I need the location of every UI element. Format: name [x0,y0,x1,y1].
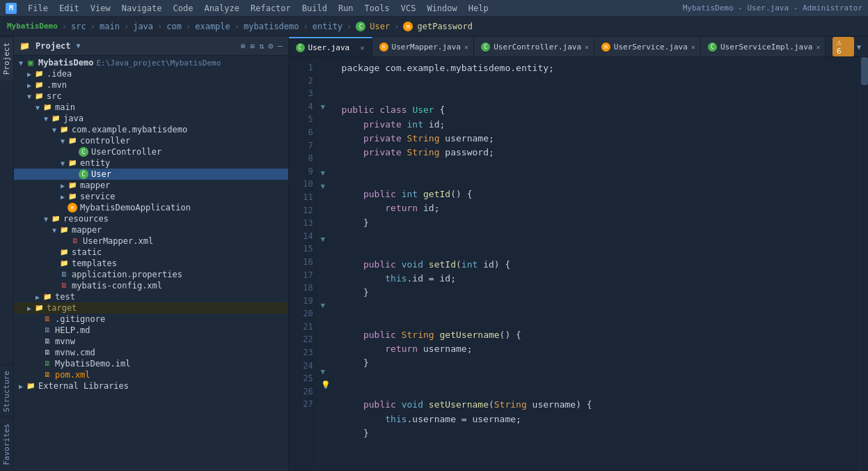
tree-item-user[interactable]: ▶ C User [14,169,288,180]
breadcrumb-main[interactable]: main [100,22,120,31]
tree-item-mybatis-config[interactable]: ▶ 🗎 mybatis-config.xml [14,280,288,291]
tree-item-usermapper-xml[interactable]: ▶ 🗎 UserMapper.xml [14,235,288,247]
line-num-3: 3 [294,87,313,100]
tree-item-main[interactable]: ▼ 📁 main [14,102,288,113]
breadcrumb-entity[interactable]: entity [313,22,342,31]
tree-item-mybatisdemo-root[interactable]: ▼ ▣ MybatisDemo E:\Java_project\MybatisD… [14,57,288,68]
menu-item-analyze[interactable]: Analyze [204,3,239,13]
settings-icon[interactable]: ⚙ [268,41,273,51]
breadcrumb-com[interactable]: com [166,22,182,31]
menu-item-vcs[interactable]: VCS [401,3,416,13]
tree-item-static[interactable]: ▶ 📁 static [14,247,288,258]
tree-item-mapper-res[interactable]: ▼ 📁 mapper [14,224,288,235]
breadcrumb-src[interactable]: src [71,22,86,31]
tree-item-mapper[interactable]: ▶ 📁 mapper [14,180,288,191]
tab-close-usermapper[interactable]: ✕ [464,43,468,51]
breadcrumb-user[interactable]: User [370,22,390,31]
tree-item-app-props[interactable]: ▶ 🗎 application.properties [14,269,288,280]
line-num-8: 8 [294,152,313,165]
project-dropdown-icon[interactable]: ▼ [77,42,81,49]
line-num-12: 12 [294,204,313,217]
code-line-8 [342,160,851,173]
code-line-11: return id; [342,201,851,215]
tab-userservice-java[interactable]: m UserService.java ✕ [594,37,701,56]
code-line-2 [342,75,851,89]
tree-item-java[interactable]: ▼ 📁 java [14,113,288,124]
project-root-icon: ▣ [25,58,36,68]
menu-item-edit[interactable]: Edit [59,3,79,13]
tree-item-pom-xml[interactable]: ▶ 🗎 pom.xml [14,369,288,380]
align-icon[interactable]: ≡ [250,41,255,51]
tree-item-mybatisdemo-iml[interactable]: ▶ 🗎 MybatisDemo.iml [14,358,288,369]
tree-item-templates[interactable]: ▶ 📁 templates [14,258,288,269]
breadcrumb-getpassword-icon: m [403,22,413,31]
tab-close-user[interactable]: ✕ [361,44,365,52]
iml-icon: 🗎 [42,359,53,369]
structure-label[interactable]: Structure [0,364,13,418]
code-line-22: } [342,356,851,370]
tab-close-usercontroller[interactable]: ✕ [585,43,589,51]
menu-item-code[interactable]: Code [173,3,194,13]
tab-icon-userserviceimpl: C [708,43,717,52]
tree-item-mvnw-cmd[interactable]: ▶ 🗎 mvnw.cmd [14,347,288,358]
breadcrumb-example[interactable]: example [195,22,230,31]
menu-item-tools[interactable]: Tools [365,3,390,13]
folder-icon: 📁 [58,225,70,235]
tab-close-userserviceimpl[interactable]: ✕ [816,43,820,51]
project-label[interactable]: Project [0,36,13,80]
breadcrumb-project[interactable]: MybatisDemo [7,22,58,31]
add-icon[interactable]: ⊕ [240,41,245,51]
menu-item-window[interactable]: Window [427,3,457,13]
tab-usercontroller-java[interactable]: C UserController.java ✕ [474,37,594,56]
tree-item-src[interactable]: ▼ 📁 src [14,91,288,102]
code-line-14 [342,244,851,258]
chevron-down-icon[interactable]: ▼ [857,43,861,51]
tab-close-userservice[interactable]: ✕ [691,43,695,51]
menu-item-run[interactable]: Run [338,3,354,13]
tree-item-resources[interactable]: ▼ 📁 resources [14,213,288,224]
tree-item-help-md[interactable]: ▶ 🗎 HELP.md [14,325,288,336]
tree-item-mvn[interactable]: ▶ 📁 .mvn [14,79,288,91]
scrollbar-thumb[interactable] [861,57,868,85]
breadcrumb-mybatisdemo[interactable]: mybatisdemo [244,22,299,31]
tree-item-usercontroller[interactable]: ▶ C UserController [14,146,288,157]
tab-userserviceimpl-java[interactable]: C UserServiceImpl.java ✕ [701,37,826,56]
alert-badge[interactable]: ⚠ 6 [833,37,854,56]
tree-item-target[interactable]: ▶ 📁 target [14,302,288,314]
editor-scrollbar[interactable] [860,57,868,471]
menu-item-help[interactable]: Help [468,3,489,13]
menu-item-build[interactable]: Build [302,3,327,13]
line-num-11: 11 [294,191,313,204]
tree-item-mybatisdemoapp[interactable]: ▶ m MybatisDemoApplication [14,202,288,213]
tree-item-test[interactable]: ▶ 📁 test [14,291,288,302]
code-line-6: private String username; [342,132,851,146]
tab-user-java[interactable]: C User.java ✕ [289,37,372,56]
project-folder-icon: 📁 [19,41,30,51]
menu-item-view[interactable]: View [90,3,111,13]
menu-item-navigate[interactable]: Navigate [122,3,162,13]
favorites-label[interactable]: Favorites [0,417,13,471]
project-header-icons: ⊕ ≡ ⇅ ⚙ — [240,41,282,51]
sort-icon[interactable]: ⇅ [259,41,264,51]
tree-item-mvnw[interactable]: ▶ 🗎 mvnw [14,336,288,347]
menu-item-refactor[interactable]: Refactor [251,3,291,13]
tree-item-service[interactable]: ▶ 📁 service [14,191,288,202]
tree-item-idea[interactable]: ▶ 📁 .idea [14,68,288,79]
folder-icon: 📁 [67,180,78,190]
menu-item-file[interactable]: File [28,3,48,13]
tree-item-entity[interactable]: ▼ 📁 entity [14,157,288,169]
breadcrumb-java[interactable]: java [133,22,153,31]
breadcrumb-getpassword[interactable]: getPassword [417,22,472,31]
breadcrumb-user-icon: C [356,22,365,31]
minimize-icon[interactable]: — [277,41,282,51]
folder-icon: 📁 [67,158,78,168]
line-num-16: 16 [294,256,313,269]
tree-item-gitignore[interactable]: ▶ 🗎 .gitignore [14,314,288,325]
tab-label-usermapper: UserMapper.java [392,43,461,52]
tab-usermapper-java[interactable]: m UserMapper.java ✕ [372,37,475,56]
code-content[interactable]: package com.example.mybatisdemo.entity; … [333,57,860,471]
target-folder-icon: 📁 [33,303,45,313]
tree-item-com-example[interactable]: ▼ 📁 com.example.mybatisdemo [14,124,288,135]
tree-item-external-libs[interactable]: ▶ 📁 External Libraries [14,380,288,392]
tree-item-controller[interactable]: ▼ 📁 controller [14,135,288,146]
